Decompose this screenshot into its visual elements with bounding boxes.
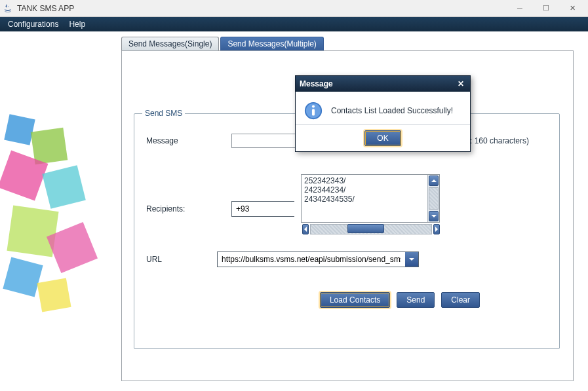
fieldset-legend: Send SMS (142, 109, 185, 118)
load-contacts-button[interactable]: Load Contacts (320, 292, 390, 308)
svg-rect-3 (312, 109, 315, 115)
dialog-body: Contacts List Loaded Successfully! (296, 92, 470, 125)
dialog-header[interactable]: Message ✕ (296, 76, 470, 92)
menu-configurations[interactable]: Configurations (3, 18, 64, 30)
message-dialog: Message ✕ Contacts List Loaded Successfu… (295, 75, 471, 152)
svg-point-2 (312, 105, 315, 107)
scroll-right-icon[interactable] (433, 224, 440, 234)
scroll-left-icon[interactable] (302, 224, 309, 234)
horizontal-scrollbar[interactable] (302, 223, 441, 235)
message-label: Message (146, 136, 212, 145)
recipients-items: 252342343/ 242344234/ 24342434535/ (302, 175, 427, 222)
java-icon (3, 3, 13, 14)
recipients-label: Recipients: (146, 204, 212, 214)
scroll-up-icon[interactable] (429, 176, 439, 186)
minimize-button[interactable]: ─ (507, 1, 533, 16)
window-title: TANK SMS APP (17, 4, 507, 13)
country-code-combo[interactable] (231, 201, 294, 217)
send-button[interactable]: Send (397, 292, 435, 308)
decorative-squares (0, 110, 118, 333)
close-icon[interactable]: ✕ (456, 79, 466, 89)
menubar: Configurations Help (0, 17, 588, 31)
dialog-message: Contacts List Loaded Successfully! (331, 106, 453, 115)
vertical-scrollbar[interactable] (427, 175, 439, 222)
window-buttons: ─ ☐ ✕ (507, 1, 585, 16)
menu-help[interactable]: Help (64, 18, 90, 30)
url-label: URL (146, 255, 212, 264)
titlebar: TANK SMS APP ─ ☐ ✕ (0, 0, 588, 17)
scroll-track[interactable] (429, 187, 439, 210)
url-combo[interactable] (217, 251, 419, 267)
maximize-button[interactable]: ☐ (533, 1, 559, 16)
scroll-down-icon[interactable] (429, 211, 439, 221)
list-item[interactable]: 252342343/ (304, 176, 425, 185)
dialog-title: Message (300, 79, 456, 88)
chevron-down-icon[interactable] (405, 252, 418, 267)
info-icon (304, 101, 323, 121)
tab-send-multiple[interactable]: Send Messages(Multiple) (220, 37, 323, 51)
list-item[interactable]: 24342434535/ (304, 195, 425, 204)
tab-strip: Send Messages(Single) Send Messages(Mult… (121, 37, 325, 51)
list-item[interactable]: 242344234/ (304, 185, 425, 195)
url-input[interactable] (218, 252, 405, 267)
ok-button[interactable]: OK (364, 130, 401, 146)
dialog-footer: OK (296, 125, 470, 151)
tab-send-single[interactable]: Send Messages(Single) (121, 37, 219, 51)
scroll-thumb[interactable] (347, 224, 384, 233)
workspace: Send Messages(Single) Send Messages(Mult… (0, 31, 588, 391)
close-button[interactable]: ✕ (559, 1, 585, 16)
clear-button[interactable]: Clear (441, 292, 480, 308)
recipients-listbox[interactable]: 252342343/ 242344234/ 24342434535/ (301, 174, 440, 223)
